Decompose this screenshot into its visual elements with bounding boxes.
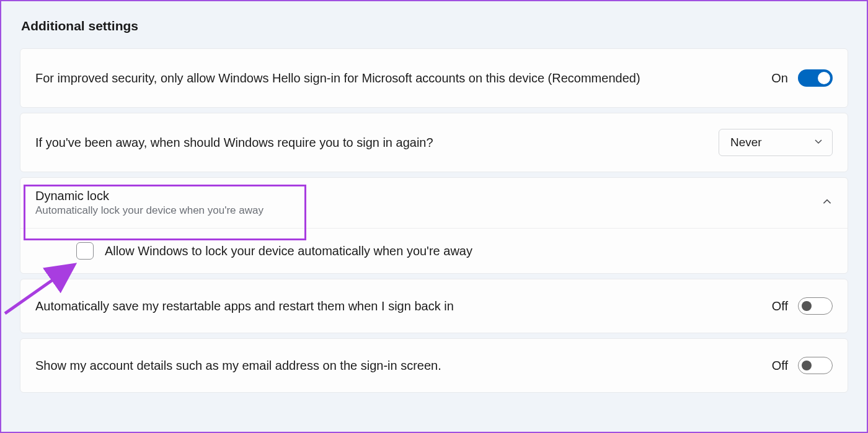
row-control: Off	[772, 357, 833, 374]
toggle-account-details[interactable]	[798, 357, 833, 374]
toggle-state-label: Off	[772, 359, 788, 373]
row-control: Off	[772, 297, 833, 315]
dynamic-lock-body: Allow Windows to lock your device automa…	[20, 228, 848, 273]
row-account-details: Show my account details such as my email…	[20, 338, 848, 393]
chevron-down-icon	[813, 136, 823, 149]
chevron-up-icon	[822, 196, 833, 210]
dynamic-lock-header[interactable]: Dynamic lock Automatically lock your dev…	[20, 178, 848, 228]
row-label: Automatically save my restartable apps a…	[35, 297, 454, 315]
row-windows-hello: For improved security, only allow Window…	[20, 48, 848, 108]
section-title: Additional settings	[20, 19, 848, 33]
checkbox-label: Allow Windows to lock your device automa…	[105, 242, 472, 260]
row-signin-again: If you've been away, when should Windows…	[20, 113, 848, 172]
checkbox-dynamic-lock[interactable]	[76, 242, 94, 260]
dynamic-lock-title: Dynamic lock	[35, 189, 264, 203]
dropdown-value: Never	[730, 136, 762, 149]
row-control: On	[771, 69, 833, 87]
row-label: For improved security, only allow Window…	[35, 69, 640, 87]
row-dynamic-lock: Dynamic lock Automatically lock your dev…	[20, 177, 848, 274]
toggle-windows-hello[interactable]	[798, 69, 833, 87]
row-control: Never	[719, 129, 833, 156]
toggle-restart-apps[interactable]	[798, 297, 833, 315]
toggle-state-label: Off	[772, 299, 788, 313]
row-restart-apps: Automatically save my restartable apps a…	[20, 279, 848, 333]
dynamic-lock-title-block: Dynamic lock Automatically lock your dev…	[35, 189, 264, 217]
dynamic-lock-subtitle: Automatically lock your device when you'…	[35, 204, 264, 217]
row-label: If you've been away, when should Windows…	[35, 134, 433, 151]
toggle-state-label: On	[771, 71, 788, 85]
row-label: Show my account details such as my email…	[35, 357, 441, 374]
settings-container: Additional settings For improved securit…	[1, 1, 867, 393]
dropdown-signin-timeout[interactable]: Never	[719, 129, 833, 156]
